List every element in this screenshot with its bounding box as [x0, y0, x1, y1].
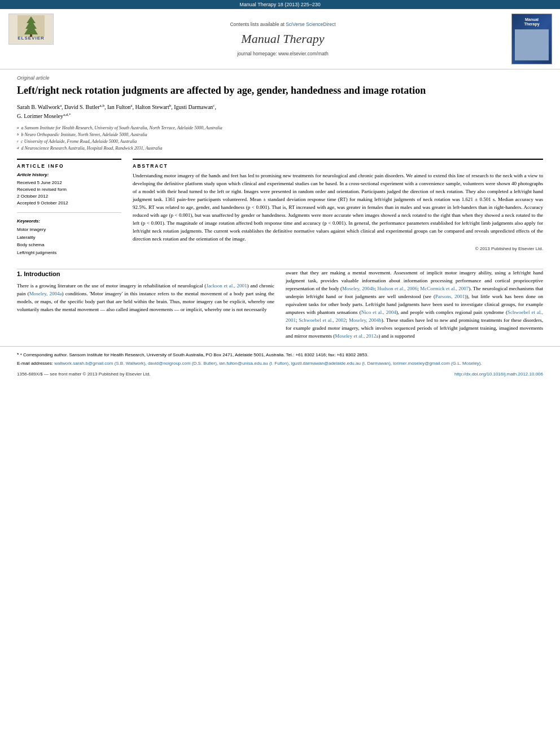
received-revised-label: Received in revised form: [17, 186, 121, 193]
abstract-col: ABSTRACT Understanding motor imagery of …: [133, 159, 543, 256]
main-col-right: aware that they are making a mental move…: [286, 269, 543, 340]
abstract-text: Understanding motor imagery of the hands…: [133, 172, 543, 243]
footer-bottom-bar: 1356-689X/$ — see front matter © 2013 Pu…: [17, 372, 543, 377]
journal-homepage: journal homepage: www.elsevier.com/math: [237, 51, 329, 56]
emails[interactable]: wallwork.sarah.b@gmail.com (S.B. Wallwor…: [54, 361, 482, 366]
abstract-header: ABSTRACT: [133, 163, 543, 169]
keywords-label: Keywords:: [17, 219, 121, 224]
article-type-label: Original article: [17, 75, 543, 81]
ref-nico[interactable]: Nico et al., 2004: [361, 309, 396, 315]
journal-cover-image: [515, 29, 549, 60]
ref-parsons[interactable]: Parsons, 2001: [435, 294, 465, 299]
article-info-header: ARTICLE INFO: [17, 163, 121, 169]
author-sup-a2: a: [130, 103, 132, 108]
accepted-date: Accepted 9 October 2012: [17, 200, 121, 207]
ref-schwoebel-2[interactable]: Schwoebel et al., 2002: [299, 317, 345, 323]
ref-mccormick[interactable]: McCormick et al., 2007: [420, 286, 469, 291]
journal-cover-area: ManualTherapy: [509, 14, 554, 64]
journal-citation: Manual Therapy 18 (2013) 225–230: [239, 2, 320, 7]
journal-cover-thumbnail: ManualTherapy: [511, 14, 552, 64]
journal-cover-title: ManualTherapy: [524, 18, 539, 27]
sciverse-link[interactable]: SciVerse ScienceDirect: [286, 21, 335, 27]
ref-moseley-2012a[interactable]: Moseley et al., 2012a: [335, 333, 378, 339]
corresponding-text: * Corresponding author. Sansom Institute…: [20, 352, 369, 357]
elsevier-label: ELSEVIER: [18, 36, 45, 41]
article-info-abstract-section: ARTICLE INFO Article history: Received 5…: [17, 159, 543, 256]
author-sup-ab: a,b: [100, 103, 104, 108]
affil-d: d d Neuroscience Research Australia, Hos…: [17, 145, 543, 152]
affil-b: b b Neuro Orthopaedic Institute, North S…: [17, 132, 543, 138]
info-divider: [17, 212, 121, 213]
affil-c: c c University of Adelaide, Frome Road, …: [17, 138, 543, 145]
journal-header: ELSEVIER Contents lists available at Sci…: [0, 9, 560, 69]
article-header-section: Original article Left/right neck rotatio…: [0, 69, 560, 269]
affil-a: a a Sansom Institute for Health Research…: [17, 125, 543, 132]
revised-date: 2 October 2012: [17, 193, 121, 200]
article-title: Left/right neck rotation judgments are a…: [17, 84, 543, 97]
journal-info: Contents lists available at SciVerse Sci…: [61, 14, 505, 64]
ref-moseley-2004b[interactable]: Moseley, 2004b: [342, 286, 375, 291]
journal-title: Manual Therapy: [241, 32, 324, 46]
author-sup-b: b: [169, 103, 172, 108]
article-info-col: ARTICLE INFO Article history: Received 5…: [17, 159, 121, 256]
introduction-title: 1. Introduction: [17, 269, 274, 279]
sciverse-text: Contents lists available at: [230, 21, 286, 27]
ref-hudson[interactable]: Hudson et al., 2006: [378, 286, 418, 291]
email-label: E-mail addresses:: [17, 361, 53, 366]
footer: * * Corresponding author. Sansom Institu…: [0, 346, 560, 382]
issn-line: 1356-689X/$ — see front matter © 2013 Pu…: [17, 372, 151, 377]
email-addresses: E-mail addresses: wallwork.sarah.b@gmail…: [17, 360, 543, 367]
sciverse-line: Contents lists available at SciVerse Sci…: [230, 21, 335, 27]
affiliations: a a Sansom Institute for Health Research…: [17, 125, 543, 152]
asterisk-symbol: *: [17, 352, 19, 357]
page: Manual Therapy 18 (2013) 225–230 ELSEVIE…: [0, 0, 560, 747]
doi-line: http://dx.doi.org/10.1016/j.math.2012.10…: [454, 372, 543, 377]
elsevier-logo: ELSEVIER: [8, 14, 54, 45]
journal-citation-bar: Manual Therapy 18 (2013) 225–230: [0, 0, 560, 9]
keyword-1: Motor imagery Laterality Body schema Lef…: [17, 226, 121, 256]
corresponding-author-note: * * Corresponding author. Sansom Institu…: [17, 351, 543, 359]
authors-line: Sarah B. Wallworka, David S. Butlera,b, …: [17, 103, 543, 120]
doi-link[interactable]: http://dx.doi.org/10.1016/j.math.2012.10…: [454, 372, 543, 377]
main-content: 1. Introduction There is a growing liter…: [0, 269, 560, 346]
intro-para-1: There is a growing literature on the use…: [17, 282, 274, 314]
ref-moseley-2004b-2[interactable]: Moseley, 2004b: [349, 317, 382, 323]
author-sup-c: c: [213, 103, 215, 108]
author-sup-ad: a,d,*: [63, 112, 71, 117]
elsevier-logo-area: ELSEVIER: [6, 14, 56, 64]
article-history-label: Article history:: [17, 172, 121, 177]
main-col-left: 1. Introduction There is a growing liter…: [17, 269, 274, 340]
copyright: © 2013 Published by Elsevier Ltd.: [133, 246, 543, 251]
elsevier-tree-image: [17, 18, 45, 34]
author-sup-a: a: [60, 103, 62, 108]
received-date: Received 5 June 2012: [17, 180, 121, 186]
intro-para-2: aware that they are making a mental move…: [286, 269, 543, 340]
ref-jackson[interactable]: Jackson et al., 2001: [206, 283, 247, 289]
ref-moseley-2004a[interactable]: Moseley, 2004a: [29, 291, 62, 296]
